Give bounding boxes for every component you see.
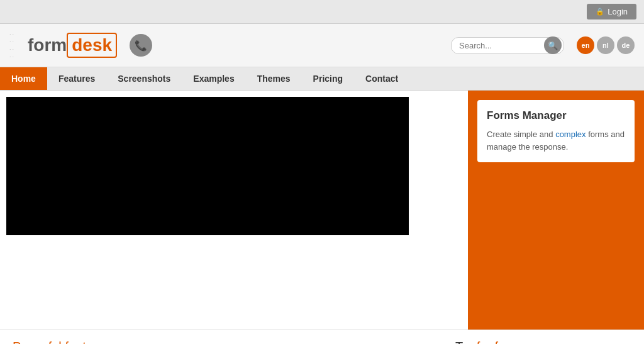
forms-manager-description: Create simple and complex forms and mana… — [487, 128, 625, 153]
search-area: 🔍 — [451, 36, 564, 54]
try-free-title: Try for free — [455, 340, 631, 344]
video-area[interactable] — [6, 97, 409, 235]
login-button[interactable]: Login — [587, 4, 636, 19]
navigation: Home Features Screenshots Examples Theme… — [0, 67, 644, 91]
lower-section: Powerful features Enhanced Validations P… — [0, 330, 644, 344]
try-free-section: Try for free You can try Formdesk free o… — [455, 340, 631, 344]
features-title-highlight: features — [65, 340, 110, 344]
lang-nl-button[interactable]: nl — [597, 36, 614, 54]
search-button[interactable]: 🔍 — [544, 36, 562, 54]
nav-item-examples[interactable]: Examples — [182, 67, 245, 90]
nav-item-screenshots[interactable]: Screenshots — [106, 67, 182, 90]
lang-de-button[interactable]: de — [617, 36, 635, 54]
forms-manager-desc-highlight: complex — [555, 130, 586, 139]
nav-item-contact[interactable]: Contact — [354, 67, 409, 90]
dots-decoration: ········ — [9, 30, 15, 60]
try-free-title-part1: Try — [455, 340, 477, 344]
try-free-title-highlight: for free — [477, 340, 516, 344]
main-content: Forms Manager Create simple and complex … — [0, 91, 644, 330]
forms-manager-desc-part1: Create simple and — [487, 130, 555, 139]
logo-desk-text: desk — [67, 33, 117, 58]
right-panel: Forms Manager Create simple and complex … — [468, 91, 644, 330]
features-title-part1: Powerful — [13, 340, 65, 344]
logo-form-text: form — [28, 35, 67, 55]
nav-item-pricing[interactable]: Pricing — [302, 67, 354, 90]
features-title: Powerful features — [13, 340, 443, 344]
top-bar: Login — [0, 0, 644, 24]
left-panel — [0, 91, 468, 330]
forms-manager-card: Forms Manager Create simple and complex … — [477, 100, 635, 162]
logo[interactable]: formdesk — [28, 33, 117, 58]
header: ········ formdesk 📞 🔍 en nl de — [0, 24, 644, 67]
nav-item-themes[interactable]: Themes — [246, 67, 302, 90]
nav-item-features[interactable]: Features — [47, 67, 106, 90]
features-section: Powerful features Enhanced Validations P… — [13, 340, 455, 344]
lang-en-button[interactable]: en — [577, 36, 594, 54]
phone-icon: 📞 — [130, 34, 152, 57]
forms-manager-title: Forms Manager — [487, 109, 625, 122]
language-selector: en nl de — [577, 36, 635, 54]
nav-item-home[interactable]: Home — [0, 67, 47, 90]
